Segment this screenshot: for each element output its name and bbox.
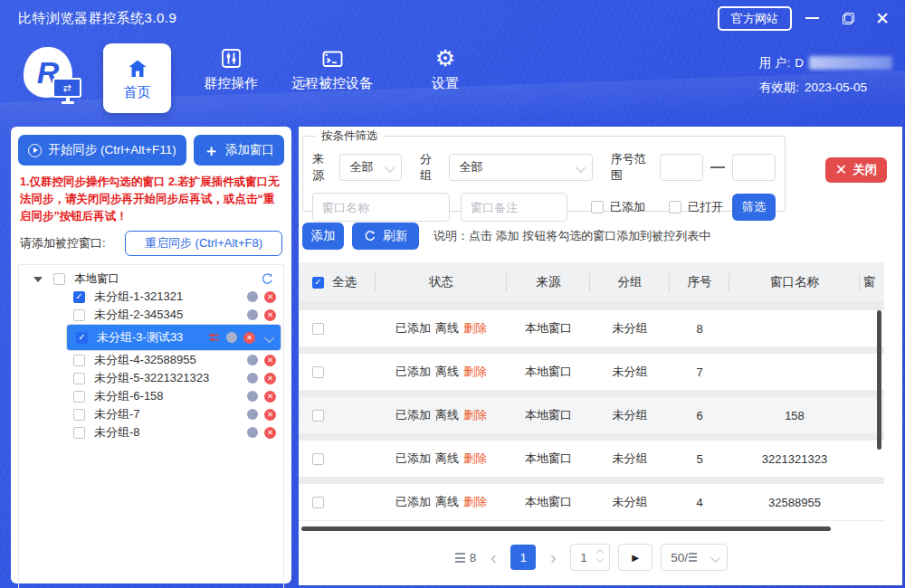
tab-group-control-label: 群控操作 xyxy=(204,75,258,92)
cell-group: 未分组 xyxy=(590,407,670,423)
cell-group: 未分组 xyxy=(590,320,670,337)
remove-item-icon[interactable]: ✕ xyxy=(264,355,276,366)
status-dot-icon xyxy=(247,309,258,320)
add-window-button[interactable]: ＋ 添加窗口 xyxy=(194,135,284,166)
go-to-page-button[interactable]: ► xyxy=(618,544,653,571)
opened-filter-checkbox[interactable]: 已打开 xyxy=(669,199,723,215)
right-panel: 按条件筛选 来源 全部 分组 全部 序号范围 已添加 xyxy=(299,127,902,585)
tree-collapse-caret[interactable] xyxy=(33,277,43,282)
current-page-button[interactable]: 1 xyxy=(510,545,536,570)
row-checkbox[interactable] xyxy=(312,497,324,508)
tree-item[interactable]: 未分组-6-158 ✕ xyxy=(66,387,281,405)
tree-item-checkbox[interactable] xyxy=(73,309,85,321)
delete-link[interactable]: 删除 xyxy=(463,494,487,510)
stepper-icons[interactable] xyxy=(597,550,603,562)
tree-item-checkbox[interactable] xyxy=(73,427,85,439)
tree-item-checkbox[interactable] xyxy=(73,355,85,366)
filter-button[interactable]: 筛选 xyxy=(732,194,776,221)
status-offline: 离线 xyxy=(435,450,459,467)
page-size-select[interactable]: 50/ xyxy=(661,544,728,571)
select-all-checkbox[interactable] xyxy=(312,277,324,289)
tab-home-label: 首页 xyxy=(124,84,151,101)
refresh-button[interactable]: 刷新 xyxy=(352,223,419,250)
status-dot-icon xyxy=(247,291,258,302)
status-offline: 离线 xyxy=(435,320,459,337)
close-x-icon: ✕ xyxy=(835,163,847,177)
remove-item-icon[interactable]: ✕ xyxy=(264,427,276,439)
tree-item-checkbox[interactable] xyxy=(73,291,85,303)
delete-link[interactable]: 删除 xyxy=(463,407,487,423)
source-select[interactable]: 全部 xyxy=(339,154,402,181)
pagination: 8 ‹ 1 › 1 ► 50/ xyxy=(299,541,884,574)
close-panel-button[interactable]: ✕ 关闭 xyxy=(825,157,887,183)
status-dot-icon xyxy=(226,332,237,343)
tree-item[interactable]: 未分组-1-321321 ✕ xyxy=(66,288,281,306)
page-jump-value: 1 xyxy=(580,551,587,564)
seq-range-max-input[interactable] xyxy=(732,154,776,181)
tree-item[interactable]: 未分组-8 ✕ xyxy=(66,423,281,441)
remove-item-icon[interactable]: ✕ xyxy=(264,409,276,421)
vertical-scrollbar[interactable] xyxy=(877,310,881,450)
status-added: 已添加 xyxy=(395,320,431,337)
remove-item-icon[interactable]: ✕ xyxy=(264,373,276,384)
tree-refresh-icon[interactable] xyxy=(261,272,274,286)
tree-item-checkbox[interactable] xyxy=(73,391,85,403)
tree-item-checkbox[interactable] xyxy=(76,332,88,344)
tree-item-label: 未分组-3-测试33 xyxy=(97,329,183,346)
delete-link[interactable]: 删除 xyxy=(463,320,487,337)
tab-settings[interactable]: ⚙ 设置 xyxy=(432,45,459,92)
window-name-input[interactable] xyxy=(312,193,450,222)
remove-item-icon[interactable]: ✕ xyxy=(243,332,255,344)
group-select[interactable]: 全部 xyxy=(449,154,592,181)
tab-group-control[interactable]: 群控操作 xyxy=(204,45,258,92)
expiry-label: 有效期: xyxy=(759,75,799,100)
status-dot-icon xyxy=(247,355,258,365)
tree-item-label: 未分组-4-32588955 xyxy=(94,352,196,368)
opened-checkbox-box[interactable] xyxy=(669,201,681,213)
prev-page-button[interactable]: ‹ xyxy=(484,545,502,569)
remove-item-icon[interactable]: ✕ xyxy=(264,291,276,303)
official-site-button[interactable]: 官方网站 xyxy=(718,6,792,31)
remove-item-icon[interactable]: ✕ xyxy=(264,391,276,403)
row-checkbox[interactable] xyxy=(312,410,324,422)
horizontal-scrollbar[interactable] xyxy=(301,526,831,531)
tree-item[interactable]: 未分组-2-345345 ✕ xyxy=(66,306,281,324)
tree-root-checkbox[interactable] xyxy=(53,273,65,285)
row-checkbox[interactable] xyxy=(312,453,324,465)
seq-range-min-input[interactable] xyxy=(660,154,703,181)
remove-item-icon[interactable]: ✕ xyxy=(264,309,276,321)
sliders-icon xyxy=(221,45,242,69)
close-window-button[interactable]: ✕ xyxy=(871,7,894,29)
delete-link[interactable]: 删除 xyxy=(463,364,487,380)
tree-item-selected[interactable]: 未分组-3-测试33 ✕ xyxy=(66,324,281,351)
window-note-input[interactable] xyxy=(461,193,567,222)
restore-button[interactable] xyxy=(836,7,860,29)
window-tree: 本地窗口 未分组-1-321321 ✕ 未分组-2-345345 ✕ 未分组-3… xyxy=(18,264,284,588)
added-checkbox-box[interactable] xyxy=(591,201,604,213)
minimize-button[interactable] xyxy=(800,7,824,29)
tree-item-label: 未分组-2-345345 xyxy=(94,307,183,323)
tab-home[interactable]: 首页 xyxy=(103,43,171,113)
logo-monitor-icon: ⇄ xyxy=(52,78,83,105)
start-sync-button[interactable]: 开始同步 (Ctrl+Alt+F11) xyxy=(18,135,186,166)
tree-item-label: 未分组-8 xyxy=(94,424,140,441)
table-row: 已添加离线删除 本地窗口 未分组 7 xyxy=(299,354,884,390)
page-jump-input[interactable]: 1 xyxy=(570,544,610,571)
added-filter-checkbox[interactable]: 已添加 xyxy=(591,199,645,215)
terminal-icon xyxy=(321,45,344,69)
tree-root-row[interactable]: 本地窗口 xyxy=(19,270,283,288)
tree-item[interactable]: 未分组-7 ✕ xyxy=(66,405,281,423)
range-dash xyxy=(710,166,725,168)
restart-sync-button[interactable]: 重启同步 (Ctrl+Alt+F8) xyxy=(125,231,282,256)
delete-link[interactable]: 删除 xyxy=(463,450,487,467)
add-button[interactable]: 添加 xyxy=(302,223,344,250)
tree-item-checkbox[interactable] xyxy=(73,409,85,421)
next-page-button[interactable]: › xyxy=(544,545,562,569)
row-checkbox[interactable] xyxy=(312,366,324,378)
tab-remote-devices[interactable]: 远程被控设备 xyxy=(291,45,373,92)
header-group: 分组 xyxy=(590,262,670,302)
row-checkbox[interactable] xyxy=(312,323,324,335)
tree-item[interactable]: 未分组-4-32588955 ✕ xyxy=(66,351,281,369)
tree-item[interactable]: 未分组-5-3221321323 ✕ xyxy=(66,369,281,387)
tree-item-checkbox[interactable] xyxy=(73,373,85,384)
